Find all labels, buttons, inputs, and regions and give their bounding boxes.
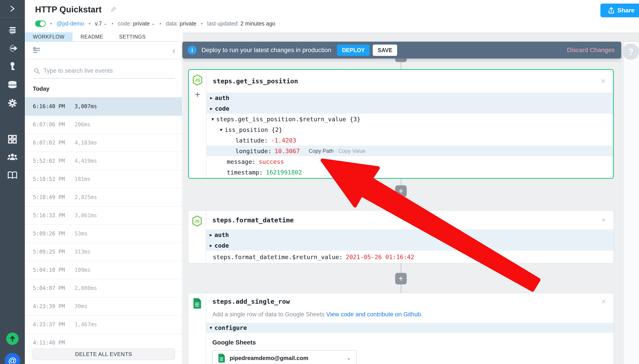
workflow-active-toggle[interactable] bbox=[35, 20, 46, 27]
add-step-button[interactable]: + bbox=[395, 273, 407, 284]
app-sidebar: @ bbox=[0, 0, 25, 364]
filter-events-icon[interactable] bbox=[33, 47, 40, 54]
deploy-button[interactable]: DEPLOY bbox=[337, 44, 370, 56]
step-card-add-single-row: steps.add_single_row × Add a single row … bbox=[188, 293, 614, 364]
event-time: 4:23:39 PM bbox=[33, 303, 66, 310]
event-list-item[interactable]: 5:09:25 PM 313ms bbox=[25, 243, 182, 261]
event-list-item[interactable]: 5:18:49 PM 2,825ms bbox=[25, 188, 182, 206]
collapse-panel-chevron-icon[interactable]: ‹ bbox=[172, 46, 175, 56]
event-list-item[interactable]: 5:04:07 PM 2,880ms bbox=[25, 279, 182, 298]
share-button[interactable]: Share bbox=[600, 4, 639, 17]
tab-workflow[interactable]: WORKFLOW bbox=[25, 32, 73, 41]
code-section-toggle[interactable]: ▶ code bbox=[206, 240, 613, 251]
tree-row-latitude[interactable]: latitude: -1.4203 bbox=[207, 135, 613, 146]
sidebar-item-community[interactable] bbox=[0, 151, 25, 163]
dot-separator: • bbox=[50, 20, 52, 27]
sidebar-item-sql[interactable] bbox=[0, 78, 25, 91]
event-list-item[interactable]: 6:07:02 PM 4,183ms bbox=[25, 134, 182, 152]
tree-row-return-value[interactable]: steps.format_datetime.$return_value: 202… bbox=[206, 251, 613, 263]
event-time: 6:07:02 PM bbox=[33, 140, 66, 146]
owner-link[interactable]: @pd-demo bbox=[57, 20, 84, 27]
delete-all-events-button[interactable]: DELETE ALL EVENTS bbox=[32, 348, 175, 360]
event-time: 5:18:52 PM bbox=[33, 176, 66, 182]
expanded-triangle-icon: ▼ bbox=[210, 325, 212, 330]
sidebar-expand-button[interactable] bbox=[0, 0, 25, 18]
event-list-item[interactable]: 4:23:39 PM 39ms bbox=[25, 298, 182, 316]
event-list-item[interactable]: 4:23:37 PM 1,467ms bbox=[25, 316, 182, 334]
tree-row-iss-position[interactable]: ▼ iss_position {2} bbox=[207, 124, 613, 135]
event-list-item[interactable]: 5:04:10 PM 109ms bbox=[25, 261, 182, 279]
event-duration: 3,861ms bbox=[75, 212, 97, 218]
event-time: 6:16:40 PM bbox=[33, 103, 66, 110]
dot-separator: • bbox=[112, 20, 114, 27]
tree-row-return-value[interactable]: ▼ steps.get_iss_position.$return_value {… bbox=[207, 114, 613, 124]
key-icon bbox=[9, 62, 16, 72]
sidebar-item-settings[interactable] bbox=[0, 97, 25, 109]
avatar-at-icon: @ bbox=[8, 356, 17, 364]
page-title: HTTP Quickstart bbox=[35, 5, 102, 14]
help-button[interactable]: ? bbox=[622, 44, 639, 60]
sidebar-item-docs[interactable] bbox=[0, 169, 25, 181]
event-list-item[interactable]: 6:07:06 PM 206ms bbox=[25, 116, 182, 134]
sidebar-item-apps[interactable] bbox=[0, 133, 25, 146]
sidebar-item-sources[interactable] bbox=[0, 42, 25, 54]
copy-value-link[interactable]: Copy Value bbox=[338, 148, 366, 154]
github-link[interactable]: View code and contribute on Github. bbox=[326, 311, 423, 318]
apps-grid-icon bbox=[8, 135, 17, 144]
selected-account: pipedreamdemo@gmail.com bbox=[230, 355, 308, 362]
event-duration: 109ms bbox=[75, 267, 91, 273]
workflow-header: HTTP Quickstart ✎ • @pd-demo • v.7 ⌄ • c… bbox=[25, 0, 639, 32]
code-section-toggle[interactable]: ▶ code bbox=[207, 103, 613, 114]
code-visibility-dropdown[interactable]: code: private ⌄ bbox=[118, 20, 155, 27]
event-list-item[interactable]: 5:16:33 PM 3,861ms bbox=[25, 206, 182, 225]
save-button[interactable]: SAVE bbox=[373, 44, 397, 56]
event-list-item[interactable]: 6:16:40 PM 3,007ms bbox=[25, 98, 182, 116]
discard-changes-link[interactable]: Discard Changes bbox=[567, 46, 614, 54]
sources-arrow-icon bbox=[7, 44, 18, 53]
close-step-icon[interactable]: × bbox=[601, 297, 606, 306]
event-duration: 4,183ms bbox=[75, 140, 97, 146]
upgrade-button[interactable] bbox=[6, 332, 19, 345]
last-updated: last updated: 2 minutes ago bbox=[207, 20, 275, 27]
auth-section-toggle[interactable]: ▶ auth bbox=[207, 92, 613, 103]
tree-row-timestamp[interactable]: timestamp: 1621991802 bbox=[207, 167, 613, 178]
step-title: steps.format_datetime bbox=[212, 216, 294, 224]
message-value: success bbox=[259, 158, 284, 165]
events-panel-header: ‹ bbox=[25, 42, 182, 60]
nodejs-icon: JS bbox=[192, 215, 202, 227]
tab-readme[interactable]: README bbox=[73, 32, 111, 41]
version-dropdown[interactable]: v.7 ⌄ bbox=[95, 20, 107, 27]
events-section-label: Today bbox=[33, 85, 182, 92]
add-step-inline-button[interactable]: + bbox=[195, 90, 200, 99]
tree-row-longitude[interactable]: longitude: 10.3067 Copy Path · Copy Valu… bbox=[207, 146, 613, 156]
search-input[interactable] bbox=[44, 68, 168, 74]
sidebar-item-workflows[interactable] bbox=[0, 24, 25, 36]
live-events-panel: ‹ Today 6:16:40 PM 3,007ms 6:07:06 PM 20… bbox=[25, 42, 182, 364]
dot-separator: • bbox=[201, 20, 203, 27]
tab-settings[interactable]: SETTINGS bbox=[111, 32, 154, 41]
copy-path-link[interactable]: Copy Path bbox=[309, 148, 334, 154]
add-step-button-top[interactable] bbox=[395, 58, 407, 62]
tree-row-message[interactable]: message: success bbox=[207, 156, 613, 167]
avatar[interactable]: @ bbox=[5, 353, 20, 364]
auth-section-toggle[interactable]: ▶ auth bbox=[206, 230, 613, 240]
event-time: 5:18:49 PM bbox=[33, 194, 66, 200]
share-upload-icon bbox=[608, 7, 614, 14]
add-step-button[interactable]: + bbox=[395, 185, 407, 197]
google-sheets-icon bbox=[193, 298, 201, 309]
sidebar-item-auth[interactable] bbox=[0, 60, 25, 73]
event-duration: 53ms bbox=[75, 230, 87, 237]
configure-section-toggle[interactable]: ▼ configure bbox=[206, 323, 613, 333]
workflow-meta-row: • @pd-demo • v.7 ⌄ • code: private ⌄ • d… bbox=[35, 20, 275, 27]
event-time: 5:16:33 PM bbox=[33, 212, 66, 218]
close-step-icon[interactable]: × bbox=[601, 216, 606, 225]
data-visibility: data: private bbox=[166, 20, 196, 27]
event-list-item[interactable]: 5:18:52 PM 181ms bbox=[25, 170, 182, 188]
google-sheets-account-select[interactable]: pipedreamdemo@gmail.com ⌄ bbox=[212, 350, 357, 364]
google-sheets-icon bbox=[218, 353, 225, 363]
event-list-item[interactable]: 5:52:02 PM 4,419ms bbox=[25, 152, 182, 170]
event-list-item[interactable]: 5:09:26 PM 53ms bbox=[25, 225, 182, 243]
svg-text:JS: JS bbox=[194, 219, 199, 224]
edit-title-pencil-icon[interactable]: ✎ bbox=[110, 5, 117, 14]
close-step-icon[interactable]: × bbox=[601, 76, 605, 86]
